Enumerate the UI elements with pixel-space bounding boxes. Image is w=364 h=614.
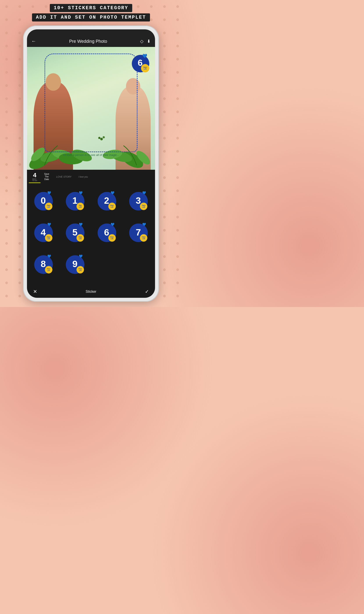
- sticker-swoosh-3: 💙: [142, 191, 146, 195]
- sticker-swoosh-2: 💙: [111, 191, 115, 195]
- sticker-item-9[interactable]: 💙 9 Days Left: [61, 250, 90, 279]
- photo-area: 💙 6 Days Left To love a person is to see…: [27, 47, 155, 170]
- sticker-swoosh-6: 💙: [111, 222, 115, 226]
- download-icon[interactable]: ⬇: [147, 39, 151, 44]
- sticker-label2: Left: [144, 68, 147, 70]
- sticker-item-5[interactable]: 💙 5 Days Left: [61, 218, 90, 248]
- header-line2: ADD IT AND SET ON PHOTO TEMPLET: [32, 13, 150, 22]
- sticker-num-9: 9: [72, 260, 78, 269]
- sticker-badge-4: Days Left: [45, 234, 52, 242]
- sticker-label: Sticker: [86, 290, 96, 294]
- sticker-badge-9: Days Left: [77, 266, 84, 274]
- sticker-swoosh-4: 💙: [47, 222, 51, 226]
- bottom-bar: ✕ Sticker ✓: [27, 286, 155, 298]
- confirm-button[interactable]: ✓: [145, 289, 149, 295]
- sticker-item-3[interactable]: 💙 3 Days Left: [124, 186, 154, 216]
- phone-screen: ← Pre Wedding Photo ◇ ⬇: [27, 29, 155, 298]
- tab-count-number: 4: [33, 172, 36, 178]
- sticker-swoosh: 💙: [142, 53, 147, 58]
- sticker-yellow-badge: Days Left: [141, 64, 149, 72]
- cancel-button[interactable]: ✕: [33, 289, 37, 295]
- sticker-badge-1: Day Left: [77, 203, 84, 210]
- sticker-item-4[interactable]: 💙 4 Days Left: [29, 218, 58, 248]
- sticker-badge-7: Days Left: [140, 234, 147, 242]
- sticker-num-1: 1: [72, 196, 78, 205]
- days-left-sticker[interactable]: 💙 6 Days Left: [132, 55, 149, 72]
- tab-save-the-date[interactable]: SaveTheDate: [40, 171, 53, 182]
- category-tabs: 4 DAYSTO GO SaveTheDate LOVE STORY I lov…: [27, 170, 155, 184]
- tab-save-label: SaveTheDate: [44, 173, 49, 181]
- sticker-swoosh-9: 💙: [79, 254, 83, 258]
- top-nav: ← Pre Wedding Photo ◇ ⬇: [27, 36, 155, 47]
- sticker-grid: 💙 0 Days Left 💙 1 Day Left 💙: [27, 184, 155, 286]
- sticker-num-6: 6: [104, 228, 109, 237]
- erase-icon[interactable]: ◇: [140, 39, 143, 44]
- sticker-swoosh-1: 💙: [79, 191, 83, 195]
- photo-caption: To love a person is to see all of their …: [27, 153, 155, 157]
- sticker-item-7[interactable]: 💙 7 Days Left: [124, 218, 154, 248]
- tab-countdown[interactable]: 4 DAYSTO GO: [29, 171, 40, 183]
- tab-days-sub: DAYSTO GO: [32, 178, 37, 181]
- sticker-swoosh-0: 💙: [47, 191, 51, 195]
- sticker-badge-5: Days Left: [77, 234, 84, 242]
- header-line1: 10+ STICKERS CATEGORY: [50, 4, 132, 12]
- nav-icons: ◇ ⬇: [140, 39, 151, 44]
- sticker-swoosh-7: 💙: [142, 222, 146, 226]
- sticker-item-2[interactable]: 💙 2 Days Left: [92, 186, 122, 216]
- sticker-swoosh-8: 💙: [47, 254, 51, 258]
- sticker-num-7: 7: [136, 228, 141, 237]
- tab-love-story[interactable]: LOVE STORY: [53, 174, 75, 179]
- sticker-num-2: 2: [104, 196, 109, 205]
- back-button[interactable]: ←: [31, 38, 36, 44]
- sticker-item-0[interactable]: 💙 0 Days Left: [29, 186, 58, 216]
- sticker-badge-2: Days Left: [108, 203, 116, 210]
- sticker-num-4: 4: [40, 228, 46, 237]
- sticker-item-8[interactable]: 💙 8 Days Left: [29, 250, 58, 279]
- status-bar: [27, 29, 155, 36]
- sticker-swoosh-5: 💙: [79, 222, 83, 226]
- sticker-item-1[interactable]: 💙 1 Day Left: [61, 186, 90, 216]
- page-title: Pre Wedding Photo: [69, 39, 107, 44]
- sticker-num-3: 3: [136, 196, 141, 205]
- sticker-label1: Days: [143, 66, 147, 68]
- header-text: 10+ STICKERS CATEGORY ADD IT AND SET ON …: [32, 4, 150, 23]
- sticker-badge-6: Days Left: [108, 234, 116, 242]
- sticker-num-8: 8: [40, 260, 46, 269]
- sticker-badge-0: Days Left: [45, 203, 52, 210]
- photo-frame-border: [44, 53, 138, 152]
- tab-iloveyou-label: I love you: [78, 176, 88, 178]
- sticker-num-5: 5: [72, 228, 78, 237]
- phone-wrapper: ← Pre Wedding Photo ◇ ⬇: [23, 26, 159, 302]
- sticker-badge-3: Days Left: [140, 203, 147, 210]
- tab-love-label: LOVE STORY: [56, 175, 71, 178]
- tab-i-love-you[interactable]: I love you: [75, 174, 91, 179]
- sticker-badge-8: Days Left: [45, 266, 52, 274]
- sticker-num-0: 0: [40, 196, 46, 205]
- sticker-item-6[interactable]: 💙 6 Days Left: [92, 218, 122, 248]
